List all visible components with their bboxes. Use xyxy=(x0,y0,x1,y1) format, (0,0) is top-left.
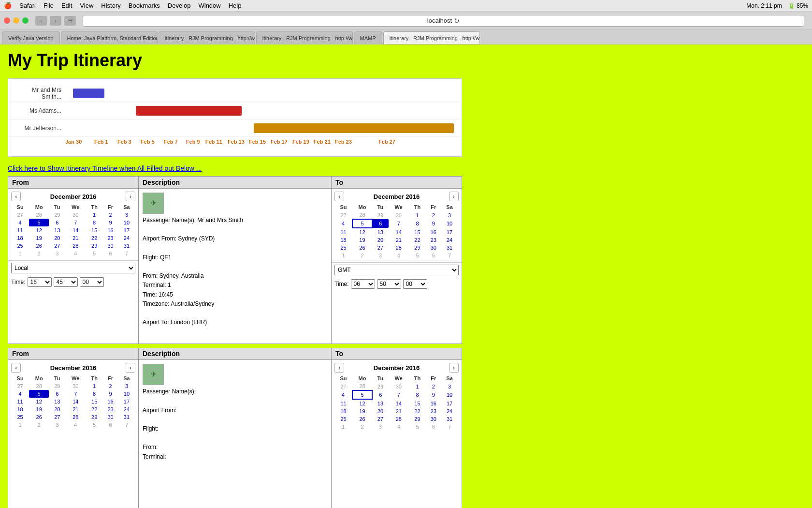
cal-day[interactable]: 20 xyxy=(372,407,389,415)
menu-view[interactable]: View xyxy=(80,2,93,9)
cal-day[interactable]: 5 xyxy=(409,423,426,431)
cal-day[interactable]: 31 xyxy=(118,242,135,250)
cal-day[interactable]: 10 xyxy=(441,390,458,399)
cal-day[interactable]: 21 xyxy=(65,405,86,413)
cal-day[interactable]: 28 xyxy=(65,242,86,250)
cal-day[interactable]: 13 xyxy=(372,399,389,407)
forward-button[interactable]: › xyxy=(50,16,61,26)
to-cal-prev-2[interactable]: ‹ xyxy=(334,363,344,373)
cal-day[interactable]: 13 xyxy=(49,398,65,405)
cal-day[interactable]: 3 xyxy=(372,252,389,259)
cal-day[interactable]: 17 xyxy=(118,398,135,405)
cal-day[interactable]: 29 xyxy=(409,415,426,423)
cal-day[interactable]: 25 xyxy=(334,244,352,252)
cal-day[interactable]: 5 xyxy=(352,390,372,399)
cal-day[interactable]: 6 xyxy=(426,252,441,259)
cal-day[interactable]: 14 xyxy=(65,226,86,234)
menu-help[interactable]: Help xyxy=(229,2,242,9)
cal-day[interactable]: 28 xyxy=(29,211,49,219)
cal-day[interactable]: 27 xyxy=(372,415,389,423)
cal-day[interactable]: 7 xyxy=(441,252,458,259)
cal-day[interactable]: 7 xyxy=(118,250,135,257)
cal-day[interactable]: 15 xyxy=(86,226,103,234)
cal-day[interactable]: 10 xyxy=(118,219,135,226)
to-cal-next-2[interactable]: › xyxy=(449,363,459,373)
cal-day[interactable]: 5 xyxy=(409,252,426,259)
cal-day[interactable]: 2 xyxy=(352,423,372,431)
apple-menu[interactable]: 🍎 xyxy=(4,2,12,9)
cal-day[interactable]: 9 xyxy=(103,390,118,398)
cal-day[interactable]: 19 xyxy=(352,407,372,415)
cal-day[interactable]: 2 xyxy=(29,421,49,429)
cal-day[interactable]: 4 xyxy=(334,390,352,399)
cal-day[interactable]: 29 xyxy=(49,211,65,219)
cal-day[interactable]: 19 xyxy=(352,236,372,244)
cal-day[interactable]: 22 xyxy=(409,407,426,415)
cal-day[interactable]: 28 xyxy=(352,211,372,219)
cal-day[interactable]: 12 xyxy=(29,398,49,405)
cal-day[interactable]: 4 xyxy=(11,390,29,398)
cal-day[interactable]: 8 xyxy=(86,219,103,226)
cal-day[interactable]: 24 xyxy=(441,236,458,244)
cal-day[interactable]: 14 xyxy=(389,228,409,236)
cal-day[interactable]: 6 xyxy=(426,423,441,431)
cal-day[interactable]: 24 xyxy=(118,234,135,242)
cal-day[interactable]: 5 xyxy=(29,390,49,398)
cal-day[interactable]: 4 xyxy=(11,219,29,226)
menu-develop[interactable]: Develop xyxy=(168,2,191,9)
cal-day[interactable]: 28 xyxy=(65,413,86,421)
cal-day[interactable]: 18 xyxy=(334,236,352,244)
cal-day[interactable]: 25 xyxy=(334,415,352,423)
cal-day[interactable]: 11 xyxy=(11,398,29,405)
cal-day[interactable]: 27 xyxy=(334,382,352,390)
cal-day[interactable]: 22 xyxy=(409,236,426,244)
cal-day[interactable]: 7 xyxy=(389,390,409,399)
cal-day[interactable]: 4 xyxy=(65,250,86,257)
cal-day[interactable]: 27 xyxy=(49,242,65,250)
cal-day[interactable]: 1 xyxy=(409,382,426,390)
close-button[interactable] xyxy=(4,17,10,24)
cal-day[interactable]: 7 xyxy=(118,421,135,429)
cal-day[interactable]: 15 xyxy=(409,399,426,407)
tab-1[interactable]: Home: Java Platform, Standard Edition (J… xyxy=(61,31,158,44)
cal-day[interactable]: 24 xyxy=(118,405,135,413)
cal-day[interactable]: 26 xyxy=(352,244,372,252)
from-cal-prev-1[interactable]: ‹ xyxy=(11,192,21,201)
cal-day[interactable]: 25 xyxy=(11,242,29,250)
cal-day[interactable]: 30 xyxy=(103,413,118,421)
cal-day[interactable]: 3 xyxy=(372,423,389,431)
cal-day[interactable]: 29 xyxy=(372,382,389,390)
cal-day[interactable]: 8 xyxy=(409,390,426,399)
cal-day[interactable]: 30 xyxy=(389,382,409,390)
cal-day[interactable]: 12 xyxy=(29,226,49,234)
cal-day[interactable]: 3 xyxy=(49,421,65,429)
cal-day[interactable]: 31 xyxy=(441,415,458,423)
cal-day[interactable]: 27 xyxy=(372,244,389,252)
cal-day[interactable]: 4 xyxy=(389,423,409,431)
tab-0[interactable]: Verify Java Version xyxy=(2,31,60,44)
cal-day[interactable]: 1 xyxy=(409,211,426,219)
cal-day[interactable]: 11 xyxy=(334,399,352,407)
cal-day[interactable]: 3 xyxy=(49,250,65,257)
cal-day[interactable]: 2 xyxy=(426,211,441,219)
cal-day[interactable]: 13 xyxy=(372,228,389,236)
cal-day[interactable]: 11 xyxy=(334,228,352,236)
cal-day[interactable]: 24 xyxy=(441,407,458,415)
cal-day[interactable]: 16 xyxy=(426,399,441,407)
address-bar[interactable]: localhost ↻ xyxy=(83,15,804,27)
cal-day[interactable]: 29 xyxy=(86,413,103,421)
cal-day[interactable]: 4 xyxy=(65,421,86,429)
cal-day[interactable]: 3 xyxy=(118,211,135,219)
desc-textarea-1[interactable] xyxy=(143,216,327,337)
cal-day[interactable]: 18 xyxy=(11,234,29,242)
cal-day[interactable]: 30 xyxy=(65,382,86,390)
cal-day[interactable]: 23 xyxy=(103,405,118,413)
cal-day[interactable]: 16 xyxy=(103,226,118,234)
cal-day[interactable]: 6 xyxy=(103,421,118,429)
cal-day[interactable]: 28 xyxy=(389,244,409,252)
desc-textarea-2[interactable] xyxy=(143,387,327,508)
cal-day[interactable]: 10 xyxy=(118,390,135,398)
maximize-button[interactable] xyxy=(22,17,29,24)
from-cal-next-2[interactable]: › xyxy=(126,363,135,373)
cal-day[interactable]: 5 xyxy=(86,250,103,257)
